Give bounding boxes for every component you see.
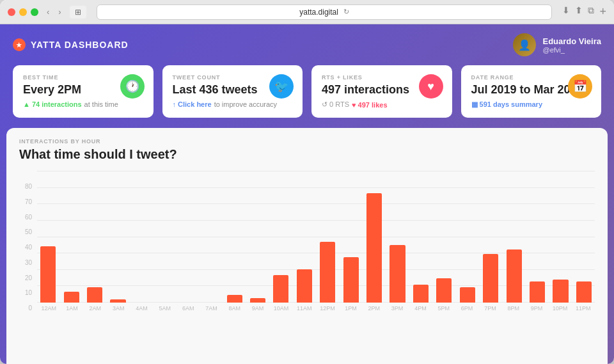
tweet-count-icon: 🐦 bbox=[269, 74, 294, 99]
minimize-button[interactable] bbox=[19, 8, 27, 16]
x-axis-label: 8PM bbox=[502, 305, 525, 312]
user-name: Eduardo Vieira bbox=[542, 36, 601, 46]
x-axis-label: 12PM bbox=[316, 305, 339, 312]
bar-col bbox=[503, 171, 524, 303]
download-icon[interactable]: ⬇ bbox=[562, 5, 570, 19]
card-date-range-sub: ▦ 591 days summary bbox=[471, 100, 592, 109]
date-range-icon: 📅 bbox=[568, 74, 592, 99]
bar bbox=[530, 281, 545, 303]
card-best-time: BEST TIME Every 2PM ▲ 74 interactions at… bbox=[13, 65, 154, 118]
bar-col bbox=[294, 171, 315, 303]
brand: ★ YATTA DASHBOARD bbox=[13, 38, 129, 51]
user-text: Eduardo Vieira @efvi_ bbox=[542, 36, 601, 54]
y-axis-label: 50 bbox=[19, 229, 32, 235]
tab-view-button[interactable]: ⊞ bbox=[70, 6, 86, 19]
bar-col bbox=[223, 171, 245, 303]
fullscreen-button[interactable] bbox=[31, 8, 38, 16]
x-axis-label: 12AM bbox=[37, 305, 60, 312]
bar-col bbox=[317, 171, 338, 303]
x-axis-label: 7PM bbox=[478, 305, 501, 312]
x-axis-label: 8AM bbox=[223, 305, 246, 312]
close-button[interactable] bbox=[8, 8, 15, 16]
brand-label: YATTA DASHBOARD bbox=[31, 40, 129, 50]
x-axis-label: 1AM bbox=[60, 305, 83, 312]
bar-col bbox=[177, 171, 199, 303]
card-rts-likes-sub: ↺ 0 RTS ♥ 497 likes bbox=[322, 100, 442, 109]
bars-row bbox=[37, 171, 595, 303]
browser-icons: ⬇ ⬆ ⧉ + bbox=[562, 5, 606, 19]
bar-col bbox=[526, 171, 548, 303]
x-axis-label: 2PM bbox=[363, 305, 386, 312]
x-axis-label: 9AM bbox=[246, 305, 269, 312]
likes-count: ♥ 497 likes bbox=[352, 101, 387, 109]
bar-col bbox=[340, 171, 361, 303]
y-axis-label: 60 bbox=[19, 214, 32, 221]
rts-count: ↺ 0 RTS bbox=[322, 100, 349, 109]
bar bbox=[436, 278, 452, 303]
x-axis-label: 3AM bbox=[107, 305, 130, 312]
days-summary: ▦ 591 days summary bbox=[471, 100, 543, 109]
cards-row: BEST TIME Every 2PM ▲ 74 interactions at… bbox=[0, 65, 614, 128]
x-axis-label: 5PM bbox=[432, 305, 455, 312]
new-tab-icon[interactable]: + bbox=[599, 5, 606, 19]
y-axis-label: 10 bbox=[19, 290, 32, 296]
x-axis-label: 6AM bbox=[177, 305, 200, 312]
bar-col bbox=[457, 171, 478, 303]
x-axis-label: 7AM bbox=[200, 305, 223, 312]
forward-button[interactable]: › bbox=[55, 6, 64, 18]
chart-body: 12AM1AM2AM3AM4AM5AM6AM7AM8AM9AM10AM11AM1… bbox=[37, 171, 595, 312]
bar-col bbox=[270, 171, 292, 303]
avatar: 👤 bbox=[513, 33, 536, 56]
x-axis-label: 6PM bbox=[455, 305, 478, 312]
bar-col bbox=[130, 171, 152, 303]
bar-col bbox=[37, 171, 59, 303]
bar bbox=[366, 193, 382, 303]
y-axis-label: 70 bbox=[19, 199, 32, 205]
card-rts-likes: RTS + LIKES 497 interactions ↺ 0 RTS ♥ 4… bbox=[311, 65, 452, 118]
x-axis-label: 5AM bbox=[154, 305, 177, 312]
best-time-sub-rest: at this time bbox=[84, 100, 118, 108]
card-tweet-count: TWEET COUNT Last 436 tweets ↑ Click here… bbox=[162, 65, 303, 118]
brand-icon-symbol: ★ bbox=[16, 42, 22, 49]
traffic-lights bbox=[8, 8, 38, 16]
x-axis-label: 4PM bbox=[409, 305, 432, 312]
tabs-icon[interactable]: ⧉ bbox=[588, 5, 594, 19]
bar-col bbox=[84, 171, 106, 303]
bar bbox=[483, 254, 498, 303]
bar bbox=[87, 287, 102, 303]
best-time-interactions: ▲ 74 interactions bbox=[23, 100, 82, 108]
url-text: yatta.digital bbox=[299, 8, 338, 17]
chart-grid bbox=[37, 171, 595, 303]
url-bar[interactable]: yatta.digital ↻ bbox=[97, 4, 553, 20]
bar bbox=[553, 280, 568, 303]
bar bbox=[413, 285, 429, 303]
y-axis-label: 80 bbox=[19, 184, 32, 190]
tweet-count-sub-rest: to improve accuracy bbox=[214, 100, 277, 108]
share-icon[interactable]: ⬆ bbox=[575, 5, 583, 19]
x-axis-label: 9PM bbox=[525, 305, 548, 312]
bar bbox=[507, 249, 522, 303]
y-axis-label: 20 bbox=[19, 275, 32, 281]
bar bbox=[40, 246, 56, 303]
y-axis-label: 40 bbox=[19, 244, 32, 251]
bar bbox=[320, 242, 335, 303]
bar bbox=[250, 298, 265, 303]
bar bbox=[64, 292, 79, 303]
refresh-icon[interactable]: ↻ bbox=[343, 8, 349, 16]
bar bbox=[460, 287, 475, 303]
app-container: ★ YATTA DASHBOARD 👤 Eduardo Vieira @efvi… bbox=[0, 24, 614, 364]
tweet-count-link[interactable]: ↑ Click here bbox=[173, 100, 212, 108]
bar-col bbox=[200, 171, 222, 303]
user-info: 👤 Eduardo Vieira @efvi_ bbox=[513, 33, 601, 56]
back-button[interactable]: ‹ bbox=[43, 6, 52, 18]
bar-col bbox=[573, 171, 595, 303]
bar bbox=[110, 299, 125, 303]
bar-col bbox=[60, 171, 82, 303]
bar-col bbox=[480, 171, 501, 303]
bar bbox=[227, 295, 242, 303]
y-axis-label: 0 bbox=[19, 305, 32, 312]
card-date-range: DATE RANGE Jul 2019 to Mar 2021 ▦ 591 da… bbox=[461, 65, 602, 118]
x-axis-label: 11AM bbox=[293, 305, 316, 312]
bar bbox=[390, 245, 405, 303]
bar-col bbox=[154, 171, 175, 303]
